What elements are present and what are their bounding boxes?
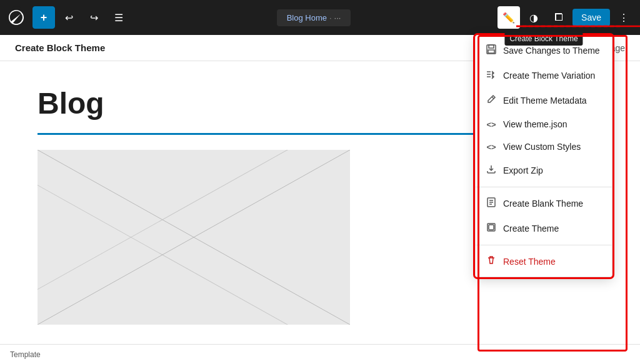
menu-label-create-theme: Create Theme [503, 224, 559, 234]
dropdown-menu: Create Block Theme Save Changes to Theme… [475, 35, 612, 277]
breadcrumb: Blog Home · ··· [277, 9, 351, 26]
list-view-button[interactable]: ☰ [108, 6, 130, 29]
placeholder-image [38, 150, 350, 325]
breadcrumb-template: ··· [334, 13, 341, 22]
theme-title: Create Block Theme [15, 42, 105, 53]
view-icon: ⧠ [554, 12, 564, 23]
code-icon-styles: <> [486, 142, 497, 152]
redo-button[interactable]: ↪ [82, 6, 105, 29]
divider-1 [476, 187, 612, 187]
svg-rect-10 [489, 225, 494, 230]
menu-item-view-custom-styles[interactable]: <> View Custom Styles [476, 135, 612, 158]
menu-item-create-theme[interactable]: Create Theme [476, 216, 612, 241]
menu-label-theme-json: View theme.json [503, 119, 567, 129]
save-button[interactable]: Save [572, 9, 610, 26]
menu-item-view-theme-json[interactable]: <> View theme.json [476, 113, 612, 135]
divider-2 [476, 245, 612, 245]
create-theme-icon [486, 222, 497, 235]
breadcrumb-sep: · [329, 13, 332, 22]
download-icon [486, 164, 497, 177]
redo-icon: ↪ [90, 12, 98, 24]
half-circle-icon: ◑ [529, 12, 538, 24]
status-bar: Template [0, 344, 640, 364]
blank-theme-icon [486, 197, 497, 210]
create-block-theme-button[interactable]: ✏️ [498, 6, 520, 29]
menu-label-export: Export Zip [503, 165, 543, 175]
menu-item-export-zip[interactable]: Export Zip [476, 158, 612, 183]
svg-rect-6 [489, 45, 494, 48]
styles-button[interactable]: ◑ [522, 6, 545, 29]
plus-icon: + [41, 11, 48, 24]
save-theme-icon [486, 44, 497, 57]
menu-label-blank-theme: Create Blank Theme [503, 199, 583, 209]
wp-logo-button[interactable] [5, 6, 28, 29]
trash-icon [486, 255, 497, 268]
dropdown-tooltip: Create Block Theme [504, 32, 582, 46]
menu-item-create-variation[interactable]: Create Theme Variation [476, 63, 612, 88]
breadcrumb-area: Blog Home · ··· [132, 9, 495, 26]
menu-item-create-blank-theme[interactable]: Create Blank Theme [476, 191, 612, 216]
more-options-button[interactable]: ⋮ [612, 6, 635, 29]
view-button[interactable]: ⧠ [548, 6, 570, 29]
breadcrumb-home[interactable]: Blog Home [287, 13, 327, 22]
add-block-button[interactable]: + [32, 6, 55, 29]
variation-icon [486, 69, 497, 82]
menu-label-metadata: Edit Theme Metadata [503, 96, 587, 106]
menu-label-custom-styles: View Custom Styles [503, 142, 581, 152]
ellipsis-icon: ⋮ [619, 12, 629, 24]
edit-icon [486, 94, 497, 107]
menu-item-edit-metadata[interactable]: Edit Theme Metadata [476, 88, 612, 113]
menu-label-save: Save Changes to Theme [503, 46, 600, 56]
menu-label-reset: Reset Theme [503, 257, 556, 267]
menu-item-reset-theme[interactable]: Reset Theme [476, 249, 612, 274]
toolbar-right: ✏️ ◑ ⧠ Save ⋮ [498, 6, 635, 29]
status-label: Template [10, 350, 41, 359]
undo-button[interactable]: ↩ [58, 6, 80, 29]
undo-icon: ↩ [65, 12, 73, 24]
pencil-icon: ✏️ [502, 12, 515, 24]
code-icon-json: <> [486, 120, 497, 129]
svg-rect-7 [488, 50, 494, 53]
list-view-icon: ☰ [114, 12, 123, 24]
toolbar: + ↩ ↪ ☰ Blog Home · ··· ✏️ [0, 0, 640, 35]
menu-label-variation: Create Theme Variation [503, 71, 595, 81]
